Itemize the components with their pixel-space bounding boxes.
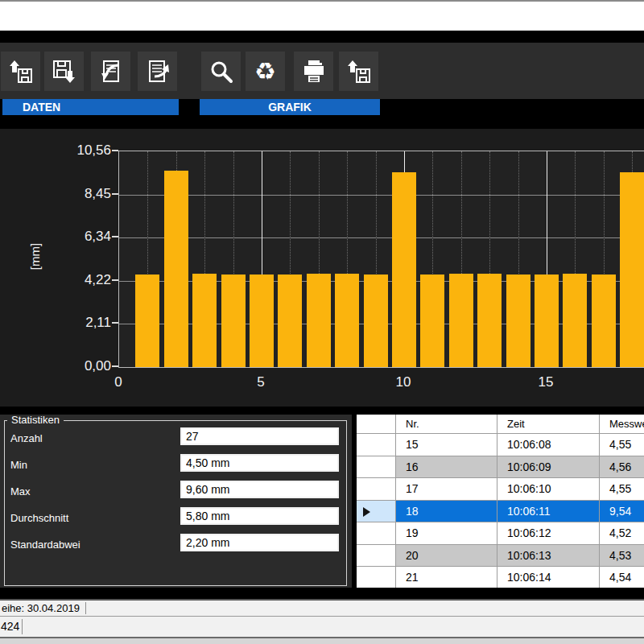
- table-cell[interactable]: 10:06:09: [497, 456, 600, 479]
- current-row-arrow-icon: [363, 507, 370, 517]
- app-window: ♻ DATEN GRAFIK [mm] 0,002,114,226,348,45…: [0, 0, 644, 644]
- stat-label-anzahl: Anzahl: [10, 432, 43, 444]
- table-cell[interactable]: 10:06:11: [497, 501, 600, 523]
- table-row-19[interactable]: 1910:06:124,52: [357, 522, 644, 545]
- table-row-15[interactable]: 1510:06:084,55: [357, 434, 644, 456]
- x-tick-label: 5: [242, 374, 279, 390]
- magnifier-icon: [208, 59, 234, 85]
- table-cell[interactable]: 10:06:10: [497, 478, 600, 501]
- table-cell[interactable]: 19: [396, 522, 497, 545]
- chart-bar-14: [506, 275, 530, 367]
- table-cell[interactable]: 21: [396, 567, 497, 588]
- measurement-table: Nr.ZeitMesswert1510:06:084,551610:06:094…: [357, 415, 644, 588]
- column-header-nr[interactable]: Nr.: [396, 415, 497, 434]
- stat-input-max[interactable]: [180, 481, 339, 498]
- row-selector-cell[interactable]: [357, 415, 396, 434]
- document-import-icon: [98, 59, 124, 85]
- row-selector-cell[interactable]: [357, 456, 396, 479]
- chart-bar-15: [535, 275, 559, 367]
- column-header-zeit[interactable]: Zeit: [497, 415, 600, 434]
- statusbar-device: 424: [0, 617, 644, 638]
- document-export-icon: [145, 59, 171, 85]
- row-selector-cell[interactable]: [357, 434, 396, 456]
- stat-input-min[interactable]: [180, 454, 339, 472]
- table-cell[interactable]: 10:06:14: [497, 567, 600, 588]
- statusbar-separator: [85, 602, 86, 614]
- table-cell[interactable]: 10:06:12: [497, 522, 600, 545]
- toolbar: ♻: [0, 43, 644, 99]
- save-data-button[interactable]: [44, 52, 84, 91]
- print-button[interactable]: [294, 52, 333, 91]
- save-graphic-button[interactable]: [339, 52, 378, 91]
- chart-bar-4: [221, 275, 246, 367]
- gridline-horizontal: [119, 237, 644, 238]
- statistics-panel: Statistiken AnzahlMinMaxDurchschnittStan…: [0, 415, 352, 588]
- y-axis-title: [mm]: [28, 238, 42, 275]
- table-row-17[interactable]: 1710:06:104,55: [357, 478, 644, 501]
- table-cell[interactable]: 18: [396, 501, 497, 523]
- measurement-chart: [mm] 0,002,114,226,348,4510,56051015: [0, 129, 644, 407]
- row-selector-cell[interactable]: [357, 522, 396, 545]
- statusbar-device-text: 424: [1, 620, 19, 633]
- stat-input-standardabwei[interactable]: [180, 534, 339, 551]
- y-tick-mark: [112, 279, 118, 281]
- table-cell[interactable]: 4,54: [600, 567, 644, 588]
- gridline-horizontal: [119, 195, 644, 196]
- chart-bar-1: [135, 275, 159, 367]
- table-cell[interactable]: 4,56: [600, 456, 644, 479]
- y-tick-label: 8,45: [50, 186, 111, 202]
- x-tick-label: 10: [385, 374, 422, 390]
- printer-icon: [301, 59, 327, 85]
- table-row-21[interactable]: 2110:06:144,54: [357, 567, 644, 588]
- section-label-grafik: GRAFIK: [200, 99, 380, 115]
- table-cell[interactable]: 4,53: [600, 545, 644, 568]
- table-row-18[interactable]: 1810:06:119,54: [357, 501, 644, 523]
- grafik-label: GRAFIK: [268, 101, 312, 114]
- zoom-button[interactable]: [201, 52, 241, 91]
- table-cell[interactable]: 4,55: [600, 478, 644, 501]
- table-header-row: Nr.ZeitMesswert: [357, 415, 644, 434]
- column-header-messwert[interactable]: Messwert: [600, 415, 644, 434]
- table-row-20[interactable]: 2010:06:134,53: [357, 545, 644, 568]
- statusbar-date: eihe: 30.04.2019: [0, 599, 644, 617]
- section-label-daten: DATEN: [2, 99, 179, 115]
- chart-bar-3: [192, 274, 217, 367]
- y-tick-label: 2,11: [50, 315, 111, 331]
- stat-input-anzahl[interactable]: [180, 427, 339, 445]
- chart-bar-11: [420, 275, 444, 367]
- table-cell[interactable]: 10:06:08: [497, 434, 600, 456]
- stat-input-durchschnitt[interactable]: [180, 507, 339, 525]
- stat-label-max: Max: [10, 485, 31, 497]
- import-report-button[interactable]: [91, 52, 130, 91]
- refresh-button[interactable]: ♻: [246, 52, 285, 91]
- table-cell[interactable]: 4,55: [600, 434, 644, 456]
- chart-bar-18: [620, 172, 644, 367]
- row-selector-cell[interactable]: [357, 567, 396, 588]
- row-selector-cell[interactable]: [357, 501, 396, 523]
- table-cell[interactable]: 9,54: [600, 501, 644, 523]
- table-cell[interactable]: 17: [396, 478, 497, 501]
- table-cell[interactable]: 20: [396, 545, 497, 568]
- row-selector-cell[interactable]: [357, 478, 396, 501]
- statistics-groupbox-legend: Statistiken: [7, 415, 64, 426]
- floppy-save-icon: [52, 59, 77, 85]
- chart-bar-8: [335, 274, 359, 367]
- table-row-16[interactable]: 1610:06:094,56: [357, 456, 644, 479]
- table-cell[interactable]: 15: [396, 434, 497, 456]
- chart-bar-2: [164, 171, 188, 367]
- y-tick-label: 10,56: [50, 142, 111, 159]
- export-report-button[interactable]: [138, 52, 177, 91]
- statusbar-separator: [22, 619, 23, 634]
- chart-bar-6: [278, 275, 302, 367]
- window-bottom-strip: [0, 638, 644, 644]
- window-titlebar: [0, 2, 644, 31]
- row-selector-cell[interactable]: [357, 545, 396, 568]
- table-cell[interactable]: 4,52: [600, 522, 644, 545]
- chart-bar-5: [250, 275, 274, 367]
- table-cell[interactable]: 10:06:13: [497, 545, 600, 568]
- y-tick-mark: [112, 193, 118, 195]
- stat-label-durchschnitt: Durchschnitt: [10, 512, 68, 524]
- table-cell[interactable]: 16: [396, 456, 497, 479]
- chart-bar-12: [449, 274, 473, 367]
- load-data-button[interactable]: [1, 52, 40, 91]
